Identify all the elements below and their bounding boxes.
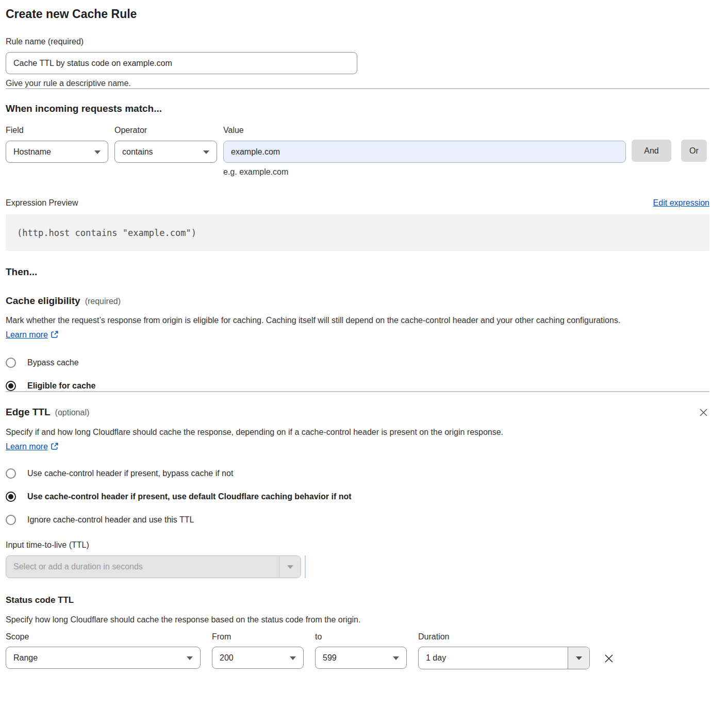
operator-label: Operator [114,126,217,135]
edge-ttl-description: Specify if and how long Cloudflare shoul… [6,425,542,455]
expression-preview-label: Expression Preview [6,198,78,208]
value-helper: e.g. example.com [223,167,626,177]
operator-column: Operator contains [114,126,217,163]
chevron-down-icon [576,656,582,660]
external-link-icon [51,441,59,455]
to-select-value: 599 [323,653,337,663]
chevron-down-icon [393,656,399,660]
scope-label: Scope [6,632,201,642]
from-select[interactable]: 200 [212,647,304,669]
operator-select[interactable]: contains [114,141,217,163]
radio-use-header-bypass[interactable]: Use cache-control header if present, byp… [6,468,709,479]
chevron-down-button[interactable] [568,647,589,669]
value-input[interactable] [223,141,626,163]
cache-eligibility-description-text: Mark whether the request’s response from… [6,316,620,325]
rule-name-helper: Give your rule a descriptive name. [6,79,709,88]
close-edge-ttl-button[interactable] [698,407,709,418]
ttl-duration-placeholder: Select or add a duration in seconds [6,562,279,571]
duration-column: Duration 1 day [418,632,590,669]
value-label: Value [223,126,626,135]
radio-circle-checked[interactable] [6,492,16,502]
rule-name-section: Rule name (required) Give your rule a de… [6,37,709,88]
text-cursor-line [305,555,306,578]
required-tag: (required) [85,297,121,306]
and-button[interactable]: And [632,140,671,162]
radio-use-header-default[interactable]: Use cache-control header if present, use… [6,492,709,502]
learn-more-link[interactable]: Learn more [6,330,48,339]
then-heading: Then... [6,266,709,278]
page-title: Create new Cache Rule [6,7,709,21]
field-column: Field Hostname [6,126,108,163]
or-column: Or [671,126,707,162]
radio-circle-unchecked[interactable] [6,468,16,479]
to-label: to [315,632,407,642]
learn-more-link[interactable]: Learn more [6,442,48,451]
cache-eligibility-description: Mark whether the request’s response from… [6,313,671,343]
radio-ignore-header[interactable]: Ignore cache-control header and use this… [6,515,709,525]
from-column: From 200 [212,632,304,669]
edge-ttl-header: Edge TTL(optional) [6,407,709,418]
status-code-ttl-row: Scope Range From 200 to 599 Duration 1 d… [6,632,709,669]
ttl-input-label: Input time-to-live (TTL) [6,541,709,550]
status-code-ttl-description: Specify how long Cloudflare should cache… [6,613,709,627]
from-label: From [212,632,304,642]
chevron-down-icon [290,656,296,660]
edge-ttl-title: Edge TTL [6,407,51,417]
value-column: Value e.g. example.com [223,126,626,177]
chevron-down-icon [187,656,193,660]
rule-name-label: Rule name (required) [6,37,709,46]
field-label: Field [6,126,108,135]
chevron-down-icon [94,150,101,154]
scope-select[interactable]: Range [6,647,201,669]
spacer [671,126,707,140]
edge-ttl-heading: Edge TTL(optional) [6,407,89,418]
expression-builder-row: Field Hostname Operator contains Value e… [6,126,709,177]
to-column: to 599 [315,632,407,669]
section-divider [6,391,709,392]
section-divider [6,88,709,89]
status-code-ttl-heading: Status code TTL [6,595,709,605]
or-button[interactable]: Or [681,140,707,162]
radio-eligible-for-cache[interactable]: Eligible for cache [6,381,709,391]
expression-preview-header: Expression Preview Edit expression [6,198,709,208]
radio-bypass-cache[interactable]: Bypass cache [6,358,709,368]
operator-select-value: contains [122,147,153,157]
radio-circle-checked[interactable] [6,381,16,391]
radio-label: Ignore cache-control header and use this… [27,515,194,525]
optional-tag: (optional) [55,408,90,417]
radio-label: Bypass cache [27,358,79,367]
radio-label: Eligible for cache [27,381,95,391]
close-icon [699,411,708,419]
scope-column: Scope Range [6,632,201,669]
edge-ttl-description-text: Specify if and how long Cloudflare shoul… [6,428,503,436]
expression-preview-code: (http.host contains "example.com") [6,214,709,251]
chevron-down-icon [287,565,293,569]
edit-expression-link[interactable]: Edit expression [653,198,709,208]
duration-label: Duration [418,632,590,642]
field-select-value: Hostname [13,147,51,157]
create-cache-rule-form: Create new Cache Rule Rule name (require… [0,0,728,682]
chevron-down-button [279,556,301,578]
delete-status-ttl-row-button[interactable] [602,652,616,665]
from-select-value: 200 [220,653,234,663]
external-link-icon [51,329,59,343]
radio-circle-unchecked[interactable] [6,515,16,525]
and-column: And [626,126,671,162]
duration-select[interactable]: 1 day [418,647,590,669]
to-select[interactable]: 599 [315,647,407,669]
close-icon [603,658,615,666]
cache-eligibility-heading: Cache eligibility(required) [6,295,709,307]
spacer [626,126,671,140]
chevron-down-icon [203,150,209,154]
cache-eligibility-title: Cache eligibility [6,295,80,306]
scope-select-value: Range [13,653,38,663]
rule-name-input[interactable] [6,52,357,74]
ttl-input-row: Select or add a duration in seconds [6,555,709,578]
radio-label: Use cache-control header if present, byp… [27,469,233,478]
match-heading: When incoming requests match... [6,103,709,114]
radio-circle-unchecked[interactable] [6,358,16,368]
field-select[interactable]: Hostname [6,141,108,163]
radio-label: Use cache-control header if present, use… [27,492,352,501]
ttl-duration-select: Select or add a duration in seconds [6,555,301,578]
duration-select-value: 1 day [419,653,568,663]
